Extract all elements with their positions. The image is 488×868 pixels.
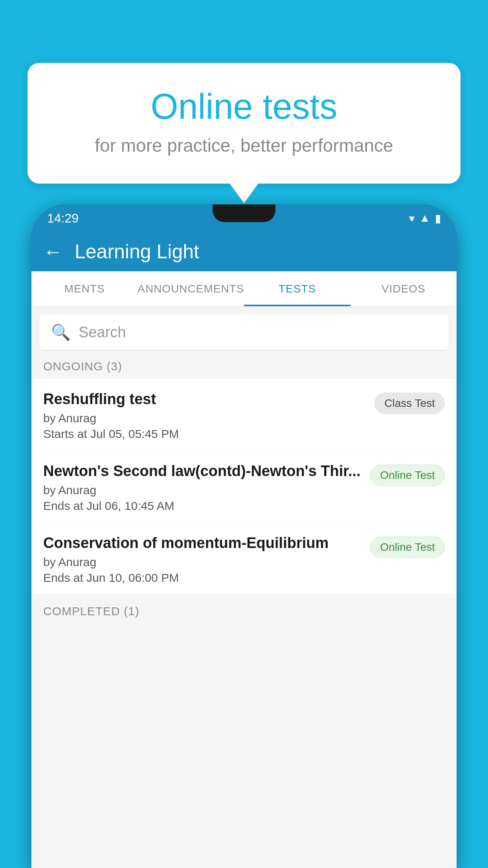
test-list: Reshuffling test by Anurag Starts at Jul… (31, 379, 457, 595)
test-badge-online: Online Test (370, 537, 445, 558)
bubble-subtitle: for more practice, better performance (59, 135, 429, 156)
phone-content: 🔍 Search ONGOING (3) Reshuffling test by… (31, 307, 457, 868)
tab-videos[interactable]: VIDEOS (350, 271, 457, 306)
speech-bubble: Online tests for more practice, better p… (28, 63, 460, 184)
app-title: Learning Light (75, 240, 199, 263)
completed-section-header: COMPLETED (1) (31, 595, 457, 624)
test-item[interactable]: Newton's Second law(contd)-Newton's Thir… (31, 451, 457, 523)
tabs-bar: MENTS ANNOUNCEMENTS TESTS VIDEOS (31, 271, 457, 307)
test-date: Ends at Jun 10, 06:00 PM (43, 571, 362, 585)
test-date: Ends at Jul 06, 10:45 AM (43, 499, 362, 513)
ongoing-section-header: ONGOING (3) (31, 350, 457, 379)
signal-icon: ▲ (419, 212, 430, 224)
tab-ments[interactable]: MENTS (31, 271, 138, 306)
bubble-title: Online tests (59, 86, 429, 127)
test-badge-class: Class Test (374, 393, 445, 414)
search-icon: 🔍 (51, 323, 71, 342)
search-placeholder: Search (79, 324, 126, 341)
test-author: by Anurag (43, 484, 362, 497)
test-date: Starts at Jul 05, 05:45 PM (43, 427, 367, 441)
test-author: by Anurag (43, 412, 367, 425)
test-item[interactable]: Conservation of momentum-Equilibrium by … (31, 523, 457, 595)
phone-frame: 14:29 ▾ ▲ ▮ ← Learning Light MENTS ANNOU… (31, 204, 457, 868)
app-bar: ← Learning Light (31, 232, 457, 271)
notch (213, 204, 275, 222)
test-badge-online: Online Test (370, 465, 445, 486)
test-title: Reshuffling test (43, 391, 367, 408)
status-icons: ▾ ▲ ▮ (409, 212, 441, 225)
test-author: by Anurag (43, 555, 362, 569)
back-button[interactable]: ← (43, 240, 63, 263)
tab-announcements[interactable]: ANNOUNCEMENTS (138, 271, 244, 306)
search-bar[interactable]: 🔍 Search (39, 314, 449, 350)
test-item-content: Reshuffling test by Anurag Starts at Jul… (43, 391, 367, 441)
status-bar: 14:29 ▾ ▲ ▮ (31, 204, 457, 232)
test-title: Newton's Second law(contd)-Newton's Thir… (43, 463, 362, 480)
tab-tests[interactable]: TESTS (244, 271, 350, 306)
test-item-content: Conservation of momentum-Equilibrium by … (43, 535, 362, 585)
test-item[interactable]: Reshuffling test by Anurag Starts at Jul… (31, 379, 457, 451)
battery-icon: ▮ (435, 212, 441, 225)
status-time: 14:29 (47, 211, 79, 226)
wifi-icon: ▾ (409, 212, 415, 225)
test-item-content: Newton's Second law(contd)-Newton's Thir… (43, 463, 362, 513)
test-title: Conservation of momentum-Equilibrium (43, 535, 362, 552)
